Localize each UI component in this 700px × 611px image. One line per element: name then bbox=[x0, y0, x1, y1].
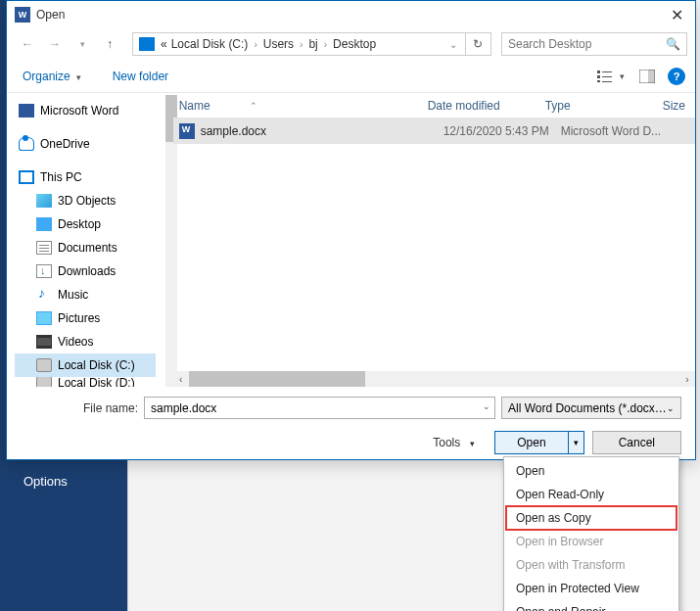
cube-icon bbox=[36, 194, 52, 208]
back-button[interactable]: ← bbox=[15, 32, 40, 56]
chevron-right-icon: › bbox=[324, 39, 327, 50]
breadcrumb-item[interactable]: Desktop bbox=[331, 37, 378, 51]
column-headers: Name⌃ Date modified Type Size bbox=[173, 93, 695, 118]
tools-dropdown[interactable]: Tools bbox=[433, 436, 475, 449]
title-bar: W Open ✕ bbox=[7, 1, 695, 28]
tree-documents[interactable]: Documents bbox=[15, 236, 156, 259]
menu-open-readonly[interactable]: Open Read-Only bbox=[506, 483, 677, 506]
menu-open-protected[interactable]: Open in Protected View bbox=[506, 577, 677, 600]
file-name: sample.docx bbox=[201, 124, 443, 138]
open-dialog: W Open ✕ ← → ▾ ↑ « Local Disk (C:) › Use… bbox=[6, 0, 696, 460]
tree-diskc[interactable]: Local Disk (C:) bbox=[15, 353, 156, 377]
open-button[interactable]: Open ▾ bbox=[494, 431, 583, 454]
svg-rect-1 bbox=[597, 75, 600, 78]
search-input[interactable] bbox=[508, 37, 666, 51]
forward-button[interactable]: → bbox=[42, 32, 68, 56]
breadcrumb-prefix: « bbox=[159, 37, 169, 51]
chevron-right-icon: › bbox=[300, 39, 303, 50]
file-row[interactable]: sample.docx 12/16/2020 5:43 PM Microsoft… bbox=[173, 118, 695, 144]
videos-icon bbox=[36, 335, 52, 349]
open-dropdown[interactable]: ▾ bbox=[568, 432, 583, 453]
cancel-button[interactable]: Cancel bbox=[592, 431, 681, 454]
sort-indicator-icon: ⌃ bbox=[250, 101, 257, 111]
filename-label: File name: bbox=[21, 401, 138, 415]
tree-pictures[interactable]: Pictures bbox=[15, 306, 156, 330]
menu-open-browser: Open in Browser bbox=[506, 530, 677, 553]
menu-open-as-copy[interactable]: Open as Copy bbox=[506, 506, 677, 530]
svg-rect-5 bbox=[602, 81, 612, 82]
svg-rect-3 bbox=[602, 71, 612, 72]
scroll-left-icon[interactable]: ‹ bbox=[173, 374, 189, 385]
tree-videos[interactable]: Videos bbox=[15, 330, 156, 353]
music-icon bbox=[36, 288, 52, 302]
filename-field[interactable]: ⌄ bbox=[144, 397, 495, 419]
toolbar: Organize New folder ▾ ? bbox=[7, 60, 695, 93]
tree-onedrive[interactable]: OneDrive bbox=[15, 132, 156, 156]
tree-downloads[interactable]: Downloads bbox=[15, 259, 156, 283]
refresh-button[interactable]: ↻ bbox=[465, 33, 489, 55]
nav-bar: ← → ▾ ↑ « Local Disk (C:) › Users › bj ›… bbox=[7, 28, 695, 60]
disk-icon bbox=[36, 358, 52, 372]
view-options-button[interactable] bbox=[592, 66, 618, 87]
desktop-icon bbox=[36, 217, 52, 231]
tree-3dobjects[interactable]: 3D Objects bbox=[15, 189, 156, 212]
dialog-title: Open bbox=[36, 8, 667, 22]
disk-icon bbox=[36, 377, 52, 387]
documents-icon bbox=[36, 241, 52, 255]
organize-button[interactable]: Organize bbox=[17, 66, 87, 87]
dialog-footer: File name: ⌄ All Word Documents (*.docx;… bbox=[7, 387, 695, 466]
svg-rect-0 bbox=[597, 70, 600, 73]
chevron-right-icon: › bbox=[254, 39, 257, 50]
col-size[interactable]: Size bbox=[663, 99, 695, 113]
tree-music[interactable]: Music bbox=[15, 283, 156, 306]
help-button[interactable]: ? bbox=[668, 68, 685, 85]
chevron-down-icon[interactable]: ⌄ bbox=[483, 401, 490, 411]
view-dropdown[interactable]: ▾ bbox=[620, 71, 625, 81]
word-doc-icon bbox=[179, 123, 195, 139]
tree-desktop[interactable]: Desktop bbox=[15, 212, 156, 236]
options-nav-item[interactable]: Options bbox=[23, 474, 68, 489]
word-icon bbox=[19, 104, 34, 118]
word-icon: W bbox=[15, 7, 30, 23]
nav-tree: Microsoft Word OneDrive This PC 3D Objec… bbox=[7, 93, 158, 387]
new-folder-button[interactable]: New folder bbox=[107, 66, 174, 87]
folder-icon bbox=[139, 37, 155, 51]
file-date: 12/16/2020 5:43 PM bbox=[443, 124, 561, 138]
breadcrumb[interactable]: « Local Disk (C:) › Users › bj › Desktop… bbox=[132, 32, 491, 56]
pc-icon bbox=[19, 170, 34, 184]
dialog-body: Microsoft Word OneDrive This PC 3D Objec… bbox=[7, 93, 695, 387]
menu-open-repair[interactable]: Open and Repair bbox=[506, 600, 677, 611]
svg-rect-4 bbox=[602, 76, 612, 77]
filename-input[interactable] bbox=[151, 398, 489, 418]
breadcrumb-item[interactable]: Local Disk (C:) bbox=[169, 37, 251, 51]
file-type-filter[interactable]: All Word Documents (*.docx;*.d⌄ bbox=[501, 397, 681, 419]
tree-thispc[interactable]: This PC bbox=[15, 165, 156, 189]
up-button[interactable]: ↑ bbox=[97, 32, 122, 56]
horizontal-scrollbar[interactable]: ‹ › bbox=[173, 371, 695, 387]
breadcrumb-dropdown[interactable]: ⌄ bbox=[449, 39, 457, 50]
cloud-icon bbox=[19, 137, 34, 151]
menu-open-transform: Open with Transform bbox=[506, 553, 677, 577]
recent-dropdown[interactable]: ▾ bbox=[70, 32, 95, 56]
breadcrumb-item[interactable]: Users bbox=[261, 37, 296, 51]
col-date[interactable]: Date modified bbox=[428, 99, 545, 113]
scrollbar-thumb[interactable] bbox=[189, 371, 365, 387]
open-dropdown-menu: Open Open Read-Only Open as Copy Open in… bbox=[503, 456, 679, 611]
tree-diskd[interactable]: Local Disk (D:) bbox=[15, 377, 156, 387]
downloads-icon bbox=[36, 264, 52, 278]
menu-open[interactable]: Open bbox=[506, 459, 677, 483]
scroll-right-icon[interactable]: › bbox=[679, 374, 695, 385]
col-name[interactable]: Name bbox=[179, 99, 210, 113]
breadcrumb-item[interactable]: bj bbox=[306, 37, 319, 51]
col-type[interactable]: Type bbox=[545, 99, 663, 113]
close-button[interactable]: ✕ bbox=[667, 6, 687, 24]
file-list: Name⌃ Date modified Type Size sample.doc… bbox=[173, 93, 695, 387]
svg-rect-2 bbox=[597, 80, 600, 82]
tree-word[interactable]: Microsoft Word bbox=[15, 99, 156, 122]
svg-rect-7 bbox=[648, 70, 655, 83]
pictures-icon bbox=[36, 311, 52, 325]
preview-pane-button[interactable] bbox=[634, 66, 660, 87]
file-type: Microsoft Word D... bbox=[561, 124, 678, 138]
search-box[interactable]: 🔍 bbox=[501, 32, 687, 56]
search-icon[interactable]: 🔍 bbox=[666, 37, 680, 51]
